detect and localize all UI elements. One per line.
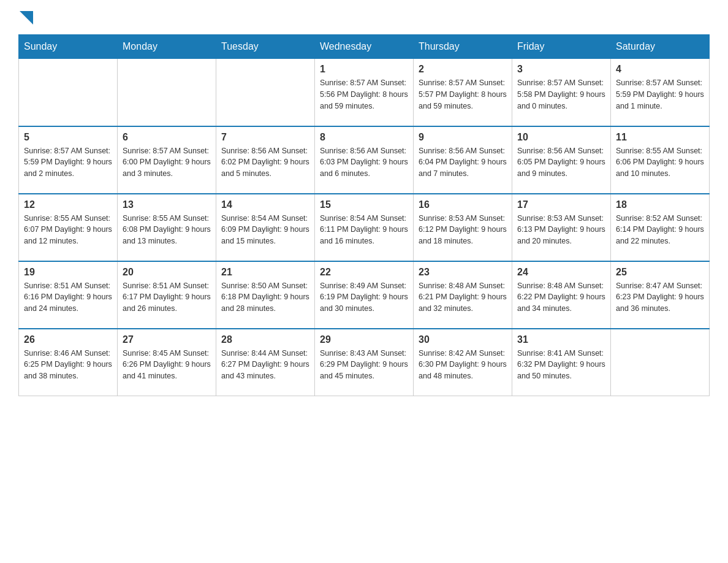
- week-row-1: 1Sunrise: 8:57 AM Sunset: 5:56 PM Daylig…: [19, 59, 710, 126]
- day-number: 11: [616, 132, 704, 143]
- logo-triangle-icon: [20, 11, 33, 25]
- weekday-header-sunday: Sunday: [19, 35, 118, 59]
- day-number: 5: [24, 132, 112, 143]
- day-number: 3: [517, 64, 605, 75]
- day-info: Sunrise: 8:49 AM Sunset: 6:19 PM Dayligh…: [320, 280, 408, 315]
- day-number: 20: [123, 267, 211, 278]
- day-number: 17: [517, 199, 605, 210]
- day-info: Sunrise: 8:57 AM Sunset: 6:00 PM Dayligh…: [123, 145, 211, 180]
- weekday-header-row: SundayMondayTuesdayWednesdayThursdayFrid…: [19, 35, 710, 59]
- calendar-cell: 22Sunrise: 8:49 AM Sunset: 6:19 PM Dayli…: [315, 261, 414, 329]
- calendar-cell: [19, 59, 118, 126]
- day-info: Sunrise: 8:48 AM Sunset: 6:21 PM Dayligh…: [419, 280, 507, 315]
- calendar-cell: 20Sunrise: 8:51 AM Sunset: 6:17 PM Dayli…: [118, 261, 216, 329]
- day-info: Sunrise: 8:46 AM Sunset: 6:25 PM Dayligh…: [24, 348, 112, 382]
- calendar-cell: 15Sunrise: 8:54 AM Sunset: 6:11 PM Dayli…: [315, 194, 414, 261]
- day-info: Sunrise: 8:45 AM Sunset: 6:26 PM Dayligh…: [123, 348, 211, 382]
- day-info: Sunrise: 8:57 AM Sunset: 5:59 PM Dayligh…: [616, 77, 704, 112]
- day-info: Sunrise: 8:50 AM Sunset: 6:18 PM Dayligh…: [221, 280, 309, 315]
- calendar-cell: 2Sunrise: 8:57 AM Sunset: 5:57 PM Daylig…: [414, 59, 512, 126]
- day-number: 12: [24, 199, 112, 210]
- day-number: 7: [221, 132, 309, 143]
- weekday-header-thursday: Thursday: [414, 35, 512, 59]
- day-number: 10: [517, 132, 605, 143]
- calendar-cell: [118, 59, 216, 126]
- calendar-table: SundayMondayTuesdayWednesdayThursdayFrid…: [18, 34, 710, 396]
- calendar-cell: 11Sunrise: 8:55 AM Sunset: 6:06 PM Dayli…: [611, 126, 710, 194]
- weekday-header-wednesday: Wednesday: [315, 35, 414, 59]
- day-number: 14: [221, 199, 309, 210]
- day-info: Sunrise: 8:53 AM Sunset: 6:12 PM Dayligh…: [419, 213, 507, 247]
- calendar-cell: 28Sunrise: 8:44 AM Sunset: 6:27 PM Dayli…: [216, 329, 315, 396]
- calendar-cell: 21Sunrise: 8:50 AM Sunset: 6:18 PM Dayli…: [216, 261, 315, 329]
- calendar-cell: 16Sunrise: 8:53 AM Sunset: 6:12 PM Dayli…: [414, 194, 512, 261]
- day-info: Sunrise: 8:55 AM Sunset: 6:08 PM Dayligh…: [123, 213, 211, 247]
- day-info: Sunrise: 8:54 AM Sunset: 6:11 PM Dayligh…: [320, 213, 408, 247]
- calendar-cell: 1Sunrise: 8:57 AM Sunset: 5:56 PM Daylig…: [315, 59, 414, 126]
- day-info: Sunrise: 8:57 AM Sunset: 5:58 PM Dayligh…: [517, 77, 605, 112]
- calendar-cell: 25Sunrise: 8:47 AM Sunset: 6:23 PM Dayli…: [611, 261, 710, 329]
- day-info: Sunrise: 8:54 AM Sunset: 6:09 PM Dayligh…: [221, 213, 309, 247]
- day-info: Sunrise: 8:57 AM Sunset: 5:59 PM Dayligh…: [24, 145, 112, 180]
- calendar-cell: 14Sunrise: 8:54 AM Sunset: 6:09 PM Dayli…: [216, 194, 315, 261]
- calendar-cell: 8Sunrise: 8:56 AM Sunset: 6:03 PM Daylig…: [315, 126, 414, 194]
- calendar-cell: 6Sunrise: 8:57 AM Sunset: 6:00 PM Daylig…: [118, 126, 216, 194]
- day-number: 1: [320, 64, 408, 75]
- calendar-cell: 5Sunrise: 8:57 AM Sunset: 5:59 PM Daylig…: [19, 126, 118, 194]
- day-info: Sunrise: 8:43 AM Sunset: 6:29 PM Dayligh…: [320, 348, 408, 382]
- day-info: Sunrise: 8:56 AM Sunset: 6:05 PM Dayligh…: [517, 145, 605, 180]
- day-number: 18: [616, 199, 704, 210]
- calendar-cell: [216, 59, 315, 126]
- page-header: [18, 12, 710, 22]
- day-info: Sunrise: 8:42 AM Sunset: 6:30 PM Dayligh…: [419, 348, 507, 382]
- calendar-cell: 29Sunrise: 8:43 AM Sunset: 6:29 PM Dayli…: [315, 329, 414, 396]
- weekday-header-tuesday: Tuesday: [216, 35, 315, 59]
- day-info: Sunrise: 8:56 AM Sunset: 6:02 PM Dayligh…: [221, 145, 309, 180]
- day-info: Sunrise: 8:51 AM Sunset: 6:17 PM Dayligh…: [123, 280, 211, 315]
- day-info: Sunrise: 8:52 AM Sunset: 6:14 PM Dayligh…: [616, 213, 704, 247]
- day-number: 23: [419, 267, 507, 278]
- logo: [18, 12, 33, 22]
- weekday-header-friday: Friday: [512, 35, 611, 59]
- day-number: 22: [320, 267, 408, 278]
- calendar-cell: 23Sunrise: 8:48 AM Sunset: 6:21 PM Dayli…: [414, 261, 512, 329]
- day-info: Sunrise: 8:55 AM Sunset: 6:07 PM Dayligh…: [24, 213, 112, 247]
- day-number: 29: [320, 334, 408, 345]
- calendar-cell: 4Sunrise: 8:57 AM Sunset: 5:59 PM Daylig…: [611, 59, 710, 126]
- day-number: 25: [616, 267, 704, 278]
- day-info: Sunrise: 8:48 AM Sunset: 6:22 PM Dayligh…: [517, 280, 605, 315]
- calendar-cell: 3Sunrise: 8:57 AM Sunset: 5:58 PM Daylig…: [512, 59, 611, 126]
- calendar-cell: 19Sunrise: 8:51 AM Sunset: 6:16 PM Dayli…: [19, 261, 118, 329]
- day-number: 8: [320, 132, 408, 143]
- day-info: Sunrise: 8:57 AM Sunset: 5:57 PM Dayligh…: [419, 77, 507, 112]
- day-number: 4: [616, 64, 704, 75]
- day-number: 28: [221, 334, 309, 345]
- day-info: Sunrise: 8:47 AM Sunset: 6:23 PM Dayligh…: [616, 280, 704, 315]
- calendar-cell: 24Sunrise: 8:48 AM Sunset: 6:22 PM Dayli…: [512, 261, 611, 329]
- calendar-cell: 12Sunrise: 8:55 AM Sunset: 6:07 PM Dayli…: [19, 194, 118, 261]
- day-number: 26: [24, 334, 112, 345]
- weekday-header-saturday: Saturday: [611, 35, 710, 59]
- day-info: Sunrise: 8:56 AM Sunset: 6:03 PM Dayligh…: [320, 145, 408, 180]
- day-info: Sunrise: 8:51 AM Sunset: 6:16 PM Dayligh…: [24, 280, 112, 315]
- calendar-cell: 30Sunrise: 8:42 AM Sunset: 6:30 PM Dayli…: [414, 329, 512, 396]
- day-number: 19: [24, 267, 112, 278]
- week-row-2: 5Sunrise: 8:57 AM Sunset: 5:59 PM Daylig…: [19, 126, 710, 194]
- calendar-cell: 10Sunrise: 8:56 AM Sunset: 6:05 PM Dayli…: [512, 126, 611, 194]
- day-number: 15: [320, 199, 408, 210]
- weekday-header-monday: Monday: [118, 35, 216, 59]
- svg-marker-0: [20, 11, 33, 25]
- calendar-cell: 7Sunrise: 8:56 AM Sunset: 6:02 PM Daylig…: [216, 126, 315, 194]
- day-info: Sunrise: 8:56 AM Sunset: 6:04 PM Dayligh…: [419, 145, 507, 180]
- day-number: 21: [221, 267, 309, 278]
- week-row-4: 19Sunrise: 8:51 AM Sunset: 6:16 PM Dayli…: [19, 261, 710, 329]
- calendar-cell: 26Sunrise: 8:46 AM Sunset: 6:25 PM Dayli…: [19, 329, 118, 396]
- week-row-5: 26Sunrise: 8:46 AM Sunset: 6:25 PM Dayli…: [19, 329, 710, 396]
- calendar-cell: 27Sunrise: 8:45 AM Sunset: 6:26 PM Dayli…: [118, 329, 216, 396]
- day-number: 6: [123, 132, 211, 143]
- calendar-cell: 17Sunrise: 8:53 AM Sunset: 6:13 PM Dayli…: [512, 194, 611, 261]
- day-info: Sunrise: 8:57 AM Sunset: 5:56 PM Dayligh…: [320, 77, 408, 112]
- day-number: 30: [419, 334, 507, 345]
- calendar-cell: 18Sunrise: 8:52 AM Sunset: 6:14 PM Dayli…: [611, 194, 710, 261]
- day-number: 13: [123, 199, 211, 210]
